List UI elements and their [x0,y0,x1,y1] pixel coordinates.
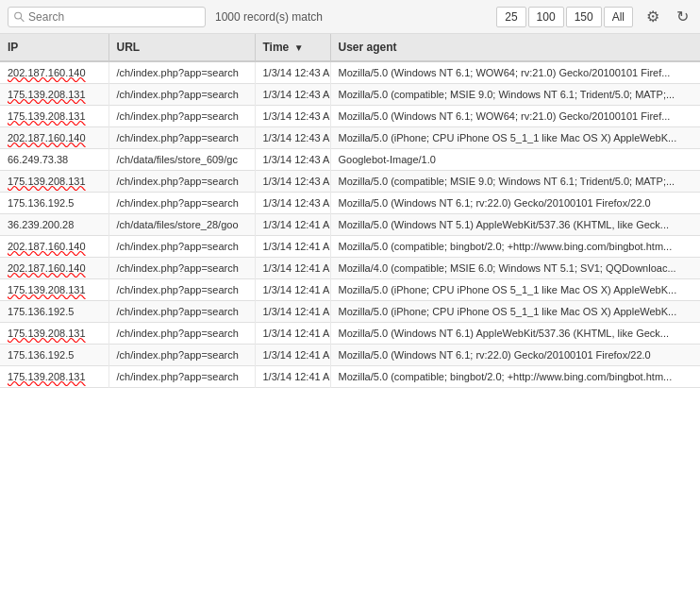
cell-time: 1/3/14 12:41 A [255,236,330,258]
cell-url: /ch/index.php?app=search [108,193,255,214]
cell-ua: Googlebot-Image/1.0 [330,149,700,171]
cell-ip: 175.139.208.131 [0,84,108,106]
cell-ip: 175.136.192.5 [0,345,108,366]
table-body: 202.187.160.140/ch/index.php?app=search1… [0,61,700,388]
cell-url: /ch/index.php?app=search [108,301,255,323]
table-row: 66.249.73.38/ch/data/files/store_609/gc1… [0,149,700,171]
table-row: 175.139.208.131/ch/index.php?app=search1… [0,323,700,345]
cell-time: 1/3/14 12:43 A [255,171,330,193]
table-row: 175.139.208.131/ch/index.php?app=search1… [0,84,700,106]
table-row: 175.139.208.131/ch/index.php?app=search1… [0,279,700,301]
cell-ua: Mozilla/5.0 (iPhone; CPU iPhone OS 5_1_1… [330,127,700,149]
cell-url: /ch/index.php?app=search [108,345,255,366]
search-box[interactable] [8,7,206,27]
refresh-button[interactable]: ↻ [673,6,692,27]
cell-ip: 202.187.160.140 [0,61,108,84]
table-row: 175.139.208.131/ch/index.php?app=search1… [0,171,700,193]
cell-ip: 175.139.208.131 [0,279,108,301]
col-header-ua[interactable]: User agent [330,34,700,61]
cell-ua: Mozilla/5.0 (Windows NT 6.1; rv:22.0) Ge… [330,193,700,214]
sort-icon: ▼ [294,42,304,53]
cell-time: 1/3/14 12:41 A [255,301,330,323]
cell-ip: 202.187.160.140 [0,236,108,258]
page-size-150-button[interactable]: 150 [566,7,602,27]
cell-ip: 175.139.208.131 [0,323,108,345]
cell-url: /ch/index.php?app=search [108,84,255,106]
cell-url: /ch/index.php?app=search [108,323,255,345]
cell-ip: 175.136.192.5 [0,193,108,214]
cell-time: 1/3/14 12:41 A [255,345,330,366]
cell-time: 1/3/14 12:43 A [255,127,330,149]
cell-ua: Mozilla/5.0 (iPhone; CPU iPhone OS 5_1_1… [330,279,700,301]
cell-url: /ch/index.php?app=search [108,236,255,258]
col-header-url[interactable]: URL [108,34,255,61]
col-header-time[interactable]: Time ▼ [255,34,330,61]
cell-url: /ch/index.php?app=search [108,61,255,84]
table-row: 36.239.200.28/ch/data/files/store_28/goo… [0,214,700,236]
cell-time: 1/3/14 12:43 A [255,61,330,84]
cell-ip: 66.249.73.38 [0,149,108,171]
table-row: 202.187.160.140/ch/index.php?app=search1… [0,61,700,84]
col-header-ip[interactable]: IP [0,34,108,61]
cell-url: /ch/index.php?app=search [108,258,255,279]
cell-time: 1/3/14 12:43 A [255,193,330,214]
cell-ua: Mozilla/5.0 (compatible; bingbot/2.0; +h… [330,366,700,388]
cell-ua: Mozilla/5.0 (compatible; MSIE 9.0; Windo… [330,84,700,106]
cell-url: /ch/index.php?app=search [108,171,255,193]
search-input[interactable] [28,10,199,24]
cell-ua: Mozilla/5.0 (Windows NT 6.1) AppleWebKit… [330,323,700,345]
search-icon [14,11,25,23]
cell-ip: 175.139.208.131 [0,171,108,193]
cell-ua: Mozilla/5.0 (Windows NT 6.1; WOW64; rv:2… [330,106,700,127]
cell-ip: 202.187.160.140 [0,127,108,149]
cell-ua: Mozilla/4.0 (compatible; MSIE 6.0; Windo… [330,258,700,279]
cell-url: /ch/data/files/store_28/goo [108,214,255,236]
table-row: 175.139.208.131/ch/index.php?app=search1… [0,106,700,127]
cell-time: 1/3/14 12:41 A [255,214,330,236]
cell-ip: 175.139.208.131 [0,106,108,127]
cell-ua: Mozilla/5.0 (iPhone; CPU iPhone OS 5_1_1… [330,301,700,323]
table-row: 202.187.160.140/ch/index.php?app=search1… [0,127,700,149]
table-header-row: IP URL Time ▼ User agent [0,34,700,61]
cell-ua: Mozilla/5.0 (Windows NT 6.1; rv:22.0) Ge… [330,345,700,366]
cell-time: 1/3/14 12:43 A [255,149,330,171]
table-row: 175.136.192.5/ch/index.php?app=search1/3… [0,345,700,366]
cell-ua: Mozilla/5.0 (Windows NT 5.1) AppleWebKit… [330,214,700,236]
cell-time: 1/3/14 12:41 A [255,366,330,388]
top-bar: 1000 record(s) match 25100150All ⚙ ↻ [0,0,700,34]
settings-button[interactable]: ⚙ [642,6,663,27]
table-row: 202.187.160.140/ch/index.php?app=search1… [0,236,700,258]
data-table: IP URL Time ▼ User agent 202.187.160.140… [0,34,700,388]
cell-url: /ch/index.php?app=search [108,366,255,388]
cell-url: /ch/index.php?app=search [108,127,255,149]
cell-time: 1/3/14 12:43 A [255,106,330,127]
svg-point-0 [15,12,22,19]
records-label: 1000 record(s) match [215,10,487,24]
table-row: 175.136.192.5/ch/index.php?app=search1/3… [0,193,700,214]
cell-ua: Mozilla/5.0 (compatible; bingbot/2.0; +h… [330,236,700,258]
page-size-buttons: 25100150All [496,7,633,27]
cell-time: 1/3/14 12:41 A [255,279,330,301]
cell-time: 1/3/14 12:41 A [255,323,330,345]
cell-url: /ch/data/files/store_609/gc [108,149,255,171]
cell-url: /ch/index.php?app=search [108,279,255,301]
cell-ip: 175.139.208.131 [0,366,108,388]
cell-time: 1/3/14 12:43 A [255,84,330,106]
cell-url: /ch/index.php?app=search [108,106,255,127]
svg-line-1 [21,18,24,21]
table-row: 202.187.160.140/ch/index.php?app=search1… [0,258,700,279]
cell-ip: 202.187.160.140 [0,258,108,279]
page-size-25-button[interactable]: 25 [496,7,525,27]
table-row: 175.139.208.131/ch/index.php?app=search1… [0,366,700,388]
page-size-100-button[interactable]: 100 [528,7,564,27]
cell-ua: Mozilla/5.0 (compatible; MSIE 9.0; Windo… [330,171,700,193]
page-size-All-button[interactable]: All [604,7,633,27]
cell-ip: 36.239.200.28 [0,214,108,236]
cell-time: 1/3/14 12:41 A [255,258,330,279]
cell-ip: 175.136.192.5 [0,301,108,323]
cell-ua: Mozilla/5.0 (Windows NT 6.1; WOW64; rv:2… [330,61,700,84]
table-row: 175.136.192.5/ch/index.php?app=search1/3… [0,301,700,323]
